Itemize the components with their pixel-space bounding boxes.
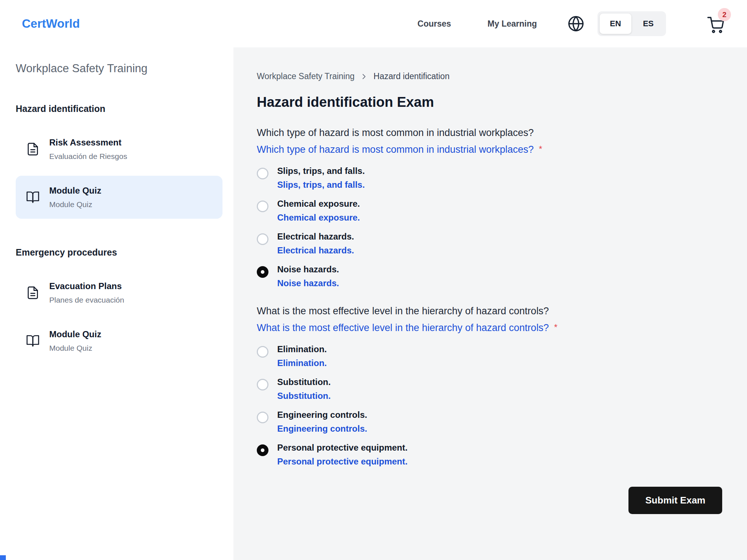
sidebar-item-title: Evacuation Plans bbox=[49, 281, 124, 292]
bottom-left-accent bbox=[0, 555, 6, 560]
book-icon bbox=[26, 190, 40, 204]
document-icon bbox=[26, 286, 40, 300]
language-toggle: EN ES bbox=[597, 11, 666, 36]
option-text: Substitution.Substitution. bbox=[277, 377, 331, 401]
sidebar-item-text: Module QuizModule Quiz bbox=[49, 185, 101, 209]
question-text-primary: Which type of hazard is most common in i… bbox=[257, 127, 722, 139]
sidebar-item-module-quiz[interactable]: Module QuizModule Quiz bbox=[16, 319, 222, 362]
option-noise-hazards[interactable]: Noise hazards.Noise hazards. bbox=[257, 264, 722, 289]
option-label-primary: Chemical exposure. bbox=[277, 198, 360, 209]
radio-button[interactable] bbox=[257, 444, 268, 456]
option-label-secondary: Slips, trips, and falls. bbox=[277, 179, 365, 190]
option-substitution[interactable]: Substitution.Substitution. bbox=[257, 377, 722, 401]
option-personal-protective-equipment[interactable]: Personal protective equipment.Personal p… bbox=[257, 442, 722, 467]
sidebar-item-title: Risk Assessment bbox=[49, 137, 127, 148]
option-label-primary: Personal protective equipment. bbox=[277, 442, 407, 453]
chevron-right-icon bbox=[360, 72, 368, 81]
sidebar-item-evacuation-plans[interactable]: Evacuation PlansPlanes de evacuación bbox=[16, 271, 222, 314]
question-text-secondary-label: What is the most effective level in the … bbox=[257, 322, 549, 333]
options-group: Elimination.Elimination.Substitution.Sub… bbox=[257, 344, 722, 467]
question-text-primary: What is the most effective level in the … bbox=[257, 305, 722, 317]
required-asterisk: * bbox=[539, 144, 542, 154]
cart-badge: 2 bbox=[718, 8, 731, 21]
radio-button[interactable] bbox=[257, 412, 268, 423]
options-group: Slips, trips, and falls.Slips, trips, an… bbox=[257, 166, 722, 289]
breadcrumb-current: Hazard identification bbox=[374, 71, 449, 81]
radio-button[interactable] bbox=[257, 379, 268, 390]
radio-button[interactable] bbox=[257, 201, 268, 212]
submit-exam-button[interactable]: Submit Exam bbox=[628, 487, 722, 514]
sidebar-item-subtitle: Evaluación de Riesgos bbox=[49, 152, 127, 161]
option-label-secondary: Elimination. bbox=[277, 358, 327, 369]
questions: Which type of hazard is most common in i… bbox=[257, 127, 722, 467]
option-text: Slips, trips, and falls.Slips, trips, an… bbox=[277, 166, 365, 190]
option-label-primary: Elimination. bbox=[277, 344, 327, 355]
option-label-secondary: Engineering controls. bbox=[277, 423, 367, 434]
question-1: Which type of hazard is most common in i… bbox=[257, 127, 722, 289]
option-text: Personal protective equipment.Personal p… bbox=[277, 442, 407, 467]
radio-button[interactable] bbox=[257, 168, 268, 179]
breadcrumb: Workplace Safety Training Hazard identif… bbox=[257, 71, 722, 81]
sidebar-section-heading: Emergency procedures bbox=[16, 246, 222, 258]
sidebar-item-text: Evacuation PlansPlanes de evacuación bbox=[49, 281, 124, 305]
option-text: Chemical exposure.Chemical exposure. bbox=[277, 198, 360, 223]
option-label-primary: Noise hazards. bbox=[277, 264, 339, 275]
sidebar-item-module-quiz[interactable]: Module QuizModule Quiz bbox=[16, 176, 222, 219]
main-content: Workplace Safety Training Hazard identif… bbox=[233, 47, 747, 560]
sidebar-item-title: Module Quiz bbox=[49, 329, 101, 340]
document-icon bbox=[26, 142, 40, 156]
option-label-secondary: Personal protective equipment. bbox=[277, 456, 407, 467]
sidebar-item-risk-assessment[interactable]: Risk AssessmentEvaluación de Riesgos bbox=[16, 128, 222, 171]
sidebar-item-text: Module QuizModule Quiz bbox=[49, 329, 101, 353]
sidebar-item-title: Module Quiz bbox=[49, 185, 101, 196]
radio-button[interactable] bbox=[257, 233, 268, 245]
sidebar-item-text: Risk AssessmentEvaluación de Riesgos bbox=[49, 137, 127, 161]
option-label-primary: Slips, trips, and falls. bbox=[277, 166, 365, 176]
option-label-primary: Substitution. bbox=[277, 377, 331, 388]
option-slips-trips-and-falls[interactable]: Slips, trips, and falls.Slips, trips, an… bbox=[257, 166, 722, 190]
app-logo[interactable]: CertWorld bbox=[22, 17, 80, 31]
course-title: Workplace Safety Training bbox=[16, 62, 222, 75]
page-layout: Workplace Safety Training Hazard identif… bbox=[0, 47, 747, 560]
question-text-secondary: What is the most effective level in the … bbox=[257, 322, 722, 334]
lang-en-button[interactable]: EN bbox=[600, 13, 631, 34]
radio-button[interactable] bbox=[257, 346, 268, 358]
book-icon bbox=[26, 334, 40, 348]
nav-courses[interactable]: Courses bbox=[418, 19, 451, 29]
option-label-primary: Engineering controls. bbox=[277, 409, 367, 420]
option-electrical-hazards[interactable]: Electrical hazards.Electrical hazards. bbox=[257, 231, 722, 256]
header-nav: Courses My Learning EN ES 2 bbox=[418, 11, 726, 36]
option-label-secondary: Substitution. bbox=[277, 390, 331, 401]
sidebar-item-subtitle: Module Quiz bbox=[49, 343, 101, 353]
globe-icon[interactable] bbox=[568, 15, 584, 32]
nav-my-learning[interactable]: My Learning bbox=[488, 19, 537, 29]
option-text: Electrical hazards.Electrical hazards. bbox=[277, 231, 354, 256]
option-label-primary: Electrical hazards. bbox=[277, 231, 354, 242]
question-text-secondary: Which type of hazard is most common in i… bbox=[257, 143, 722, 156]
question-text-secondary-label: Which type of hazard is most common in i… bbox=[257, 144, 534, 155]
option-text: Elimination.Elimination. bbox=[277, 344, 327, 369]
sidebar-section-heading: Hazard identification bbox=[16, 103, 222, 114]
option-elimination[interactable]: Elimination.Elimination. bbox=[257, 344, 722, 369]
sidebar-item-subtitle: Module Quiz bbox=[49, 200, 101, 209]
lang-es-button[interactable]: ES bbox=[633, 13, 664, 34]
breadcrumb-parent[interactable]: Workplace Safety Training bbox=[257, 71, 355, 81]
sidebar-item-subtitle: Planes de evacuación bbox=[49, 295, 124, 305]
course-sidebar: Workplace Safety Training Hazard identif… bbox=[0, 47, 233, 560]
required-asterisk: * bbox=[554, 322, 557, 332]
option-label-secondary: Chemical exposure. bbox=[277, 212, 360, 223]
option-text: Noise hazards.Noise hazards. bbox=[277, 264, 339, 289]
option-chemical-exposure[interactable]: Chemical exposure.Chemical exposure. bbox=[257, 198, 722, 223]
option-label-secondary: Electrical hazards. bbox=[277, 245, 354, 256]
submit-row: Submit Exam bbox=[257, 487, 722, 514]
page-title: Hazard identification Exam bbox=[257, 94, 722, 110]
option-text: Engineering controls.Engineering control… bbox=[277, 409, 367, 434]
top-header: CertWorld Courses My Learning EN ES 2 bbox=[0, 0, 747, 47]
cart-button[interactable]: 2 bbox=[707, 15, 726, 33]
option-label-secondary: Noise hazards. bbox=[277, 278, 339, 289]
sidebar-sections: Hazard identificationRisk AssessmentEval… bbox=[16, 103, 222, 362]
option-engineering-controls[interactable]: Engineering controls.Engineering control… bbox=[257, 409, 722, 434]
question-2: What is the most effective level in the … bbox=[257, 305, 722, 467]
radio-button[interactable] bbox=[257, 266, 268, 278]
